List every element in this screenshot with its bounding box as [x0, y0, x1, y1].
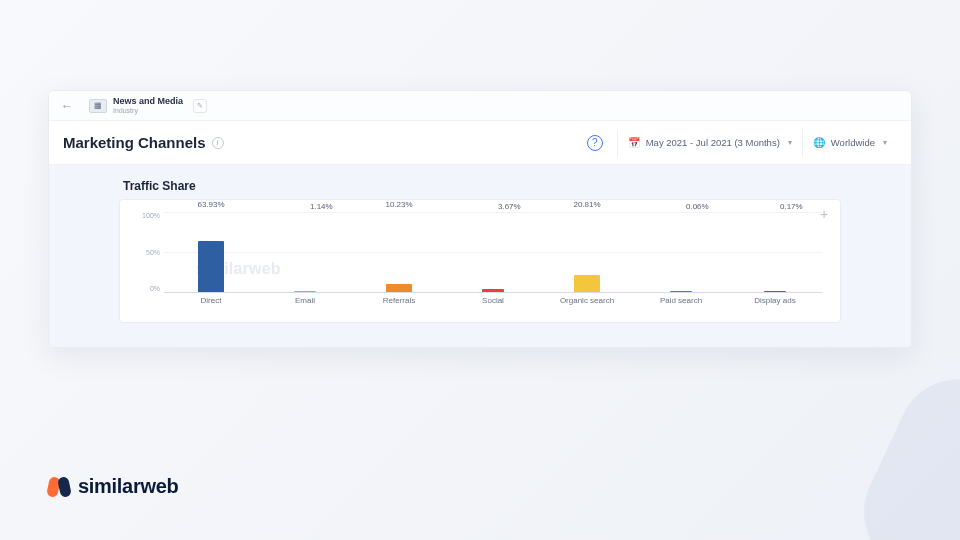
bar-rect: [670, 291, 692, 292]
bar-referrals[interactable]: 10.23%: [352, 212, 446, 292]
bars-container: 63.93%1.14%10.23%3.67%20.81%0.06%0.17%: [164, 212, 822, 292]
chevron-down-icon: ▾: [883, 138, 887, 147]
x-tick-label: Direct: [164, 296, 258, 305]
info-icon[interactable]: i: [212, 137, 224, 149]
bar-email[interactable]: 1.14%: [258, 212, 352, 292]
x-axis: DirectEmailReferralsSocialOrganic search…: [164, 296, 822, 305]
chevron-down-icon: ▾: [788, 138, 792, 147]
help-button[interactable]: ?: [587, 135, 603, 151]
x-tick-label: Social: [446, 296, 540, 305]
y-axis: 100% 50% 0%: [138, 212, 160, 292]
pencil-icon: ✎: [197, 102, 203, 110]
y-tick-0: 0%: [138, 285, 160, 292]
similarweb-icon: [48, 476, 70, 498]
globe-icon: 🌐: [813, 137, 825, 148]
bar-value-label: 3.67%: [498, 202, 521, 211]
breadcrumb-text: News and Media Industry: [113, 97, 183, 114]
bar-rect: [482, 289, 504, 292]
bar-value-label: 0.06%: [686, 202, 709, 211]
bar-rect: [294, 291, 316, 292]
x-tick-label: Email: [258, 296, 352, 305]
chart-title: Traffic Share: [123, 179, 841, 193]
question-icon: ?: [592, 137, 598, 148]
bar-rect: [764, 291, 786, 292]
x-tick-label: Paid search: [634, 296, 728, 305]
bar-paid-search[interactable]: 0.06%: [634, 212, 728, 292]
main-panel: ← ▦ News and Media Industry ✎ Marketing …: [48, 90, 912, 348]
region-label: Worldwide: [831, 137, 875, 148]
bar-chart: similarweb 100% 50% 0% 63.93%1.14%10.23%…: [164, 212, 822, 312]
y-tick-50: 50%: [138, 249, 160, 256]
bar-organic-search[interactable]: 20.81%: [540, 212, 634, 292]
industry-icon: ▦: [89, 99, 107, 113]
breadcrumb-title: News and Media: [113, 97, 183, 106]
x-tick-label: Organic search: [540, 296, 634, 305]
calendar-icon: 📅: [628, 137, 640, 148]
bar-display-ads[interactable]: 0.17%: [728, 212, 822, 292]
breadcrumb-bar: ← ▦ News and Media Industry ✎: [49, 91, 911, 121]
date-range-filter[interactable]: 📅 May 2021 - Jul 2021 (3 Months) ▾: [617, 129, 802, 157]
panel-body: Traffic Share + similarweb 100% 50% 0% 6…: [49, 165, 911, 347]
bar-value-label: 20.81%: [573, 200, 600, 209]
brand-logo: similarweb: [48, 475, 178, 498]
brand-name: similarweb: [78, 475, 178, 498]
back-button[interactable]: ←: [57, 96, 77, 116]
baseline: [164, 292, 822, 293]
bar-social[interactable]: 3.67%: [446, 212, 540, 292]
bar-value-label: 1.14%: [310, 202, 333, 211]
region-filter[interactable]: 🌐 Worldwide ▾: [802, 129, 897, 157]
y-tick-100: 100%: [138, 212, 160, 219]
bar-rect: [198, 241, 224, 292]
bar-value-label: 10.23%: [385, 200, 412, 209]
date-range-label: May 2021 - Jul 2021 (3 Months): [646, 137, 780, 148]
background-decoration: [844, 360, 960, 540]
bar-rect: [386, 284, 412, 292]
x-tick-label: Display ads: [728, 296, 822, 305]
bar-value-label: 63.93%: [197, 200, 224, 209]
x-tick-label: Referrals: [352, 296, 446, 305]
bar-value-label: 0.17%: [780, 202, 803, 211]
bar-rect: [574, 275, 600, 292]
breadcrumb-subtitle: Industry: [113, 107, 183, 114]
breadcrumb[interactable]: ▦ News and Media Industry ✎: [89, 97, 207, 114]
page-header: Marketing Channels i ? 📅 May 2021 - Jul …: [49, 121, 911, 165]
bar-direct[interactable]: 63.93%: [164, 212, 258, 292]
arrow-left-icon: ←: [61, 99, 73, 113]
edit-breadcrumb-button[interactable]: ✎: [193, 99, 207, 113]
chart-card: + similarweb 100% 50% 0% 63.93%1.14%10.2…: [119, 199, 841, 323]
page-title: Marketing Channels: [63, 134, 206, 151]
